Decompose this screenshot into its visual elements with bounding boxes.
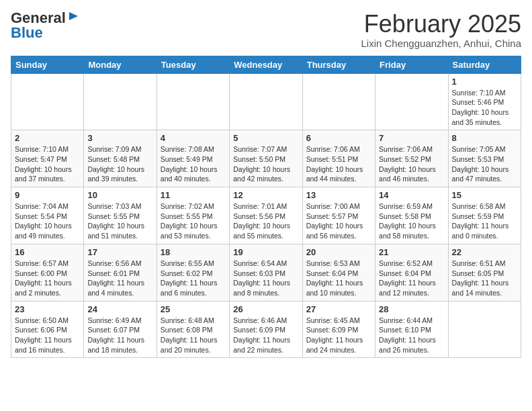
day-number: 24	[87, 304, 152, 314]
day-info: Sunrise: 7:04 AM Sunset: 5:54 PM Dayligh…	[15, 201, 80, 241]
calendar-cell: 27Sunrise: 6:45 AM Sunset: 6:09 PM Dayli…	[302, 301, 375, 358]
weekday-header: Saturday	[448, 56, 521, 73]
calendar-cell: 26Sunrise: 6:46 AM Sunset: 6:09 PM Dayli…	[230, 301, 302, 358]
calendar-week-row: 9Sunrise: 7:04 AM Sunset: 5:54 PM Daylig…	[11, 187, 521, 244]
day-number: 17	[87, 247, 152, 257]
day-info: Sunrise: 6:44 AM Sunset: 6:10 PM Dayligh…	[379, 316, 444, 355]
day-number: 26	[233, 304, 298, 314]
calendar-cell: 11Sunrise: 7:02 AM Sunset: 5:55 PM Dayli…	[157, 187, 229, 244]
calendar-cell: 20Sunrise: 6:53 AM Sunset: 6:04 PM Dayli…	[302, 244, 375, 301]
day-info: Sunrise: 7:09 AM Sunset: 5:48 PM Dayligh…	[87, 144, 152, 184]
calendar-cell: 9Sunrise: 7:04 AM Sunset: 5:54 PM Daylig…	[11, 187, 84, 244]
day-info: Sunrise: 6:50 AM Sunset: 6:06 PM Dayligh…	[15, 316, 80, 355]
location-title: Lixin Chengguanzhen, Anhui, China	[361, 38, 521, 49]
day-number: 25	[161, 304, 226, 314]
day-info: Sunrise: 7:06 AM Sunset: 5:52 PM Dayligh…	[379, 144, 444, 184]
calendar-week-row: 23Sunrise: 6:50 AM Sunset: 6:06 PM Dayli…	[11, 301, 521, 358]
day-info: Sunrise: 7:08 AM Sunset: 5:49 PM Dayligh…	[161, 144, 226, 184]
day-number: 11	[161, 190, 226, 200]
logo-flag-icon	[67, 11, 79, 23]
calendar-cell: 28Sunrise: 6:44 AM Sunset: 6:10 PM Dayli…	[375, 301, 448, 358]
day-info: Sunrise: 7:01 AM Sunset: 5:56 PM Dayligh…	[233, 201, 298, 241]
day-number: 16	[15, 247, 80, 257]
calendar-cell: 2Sunrise: 7:10 AM Sunset: 5:47 PM Daylig…	[11, 130, 84, 187]
day-info: Sunrise: 7:07 AM Sunset: 5:50 PM Dayligh…	[233, 144, 298, 184]
day-info: Sunrise: 6:58 AM Sunset: 5:59 PM Dayligh…	[452, 201, 517, 241]
calendar-cell: 6Sunrise: 7:06 AM Sunset: 5:51 PM Daylig…	[302, 130, 375, 187]
day-number: 19	[233, 247, 298, 257]
calendar-week-row: 2Sunrise: 7:10 AM Sunset: 5:47 PM Daylig…	[11, 130, 521, 187]
calendar-cell	[84, 73, 157, 130]
day-number: 21	[379, 247, 444, 257]
page-header: General Blue February 2025 Lixin Chenggu…	[11, 11, 521, 49]
day-number: 4	[161, 133, 226, 143]
calendar-cell: 8Sunrise: 7:05 AM Sunset: 5:53 PM Daylig…	[448, 130, 521, 187]
calendar-cell: 15Sunrise: 6:58 AM Sunset: 5:59 PM Dayli…	[448, 187, 521, 244]
calendar-cell: 25Sunrise: 6:48 AM Sunset: 6:08 PM Dayli…	[157, 301, 229, 358]
day-info: Sunrise: 6:52 AM Sunset: 6:04 PM Dayligh…	[379, 259, 444, 298]
calendar-header-row: SundayMondayTuesdayWednesdayThursdayFrid…	[11, 56, 521, 73]
calendar-cell: 13Sunrise: 7:00 AM Sunset: 5:57 PM Dayli…	[302, 187, 375, 244]
svg-marker-0	[69, 12, 78, 20]
weekday-header: Thursday	[302, 56, 375, 73]
calendar-cell: 1Sunrise: 7:10 AM Sunset: 5:46 PM Daylig…	[448, 73, 521, 130]
day-number: 20	[306, 247, 371, 257]
calendar-cell	[157, 73, 229, 130]
day-info: Sunrise: 6:54 AM Sunset: 6:03 PM Dayligh…	[233, 259, 298, 298]
day-number: 5	[233, 133, 298, 143]
calendar-cell: 24Sunrise: 6:49 AM Sunset: 6:07 PM Dayli…	[84, 301, 157, 358]
calendar-cell	[230, 73, 302, 130]
day-number: 10	[87, 190, 152, 200]
calendar-cell: 17Sunrise: 6:56 AM Sunset: 6:01 PM Dayli…	[84, 244, 157, 301]
day-info: Sunrise: 6:57 AM Sunset: 6:00 PM Dayligh…	[15, 259, 80, 298]
calendar-cell: 23Sunrise: 6:50 AM Sunset: 6:06 PM Dayli…	[11, 301, 84, 358]
calendar-cell: 3Sunrise: 7:09 AM Sunset: 5:48 PM Daylig…	[84, 130, 157, 187]
day-number: 13	[306, 190, 371, 200]
calendar-cell	[302, 73, 375, 130]
calendar-cell: 19Sunrise: 6:54 AM Sunset: 6:03 PM Dayli…	[230, 244, 302, 301]
weekday-header: Friday	[375, 56, 448, 73]
day-number: 3	[87, 133, 152, 143]
day-number: 8	[452, 133, 517, 143]
day-number: 18	[161, 247, 226, 257]
calendar-cell	[375, 73, 448, 130]
day-info: Sunrise: 6:46 AM Sunset: 6:09 PM Dayligh…	[233, 316, 298, 355]
calendar-table: SundayMondayTuesdayWednesdayThursdayFrid…	[11, 56, 521, 359]
day-number: 28	[379, 304, 444, 314]
day-number: 6	[306, 133, 371, 143]
day-info: Sunrise: 6:56 AM Sunset: 6:01 PM Dayligh…	[87, 259, 152, 298]
weekday-header: Tuesday	[157, 56, 229, 73]
day-number: 23	[15, 304, 80, 314]
day-info: Sunrise: 6:55 AM Sunset: 6:02 PM Dayligh…	[161, 259, 226, 298]
day-info: Sunrise: 7:10 AM Sunset: 5:46 PM Dayligh…	[452, 88, 517, 128]
calendar-cell: 18Sunrise: 6:55 AM Sunset: 6:02 PM Dayli…	[157, 244, 229, 301]
day-info: Sunrise: 6:48 AM Sunset: 6:08 PM Dayligh…	[161, 316, 226, 355]
weekday-header: Monday	[84, 56, 157, 73]
month-title: February 2025	[361, 11, 521, 38]
day-info: Sunrise: 6:45 AM Sunset: 6:09 PM Dayligh…	[306, 316, 371, 355]
day-info: Sunrise: 7:02 AM Sunset: 5:55 PM Dayligh…	[161, 201, 226, 241]
day-info: Sunrise: 7:03 AM Sunset: 5:55 PM Dayligh…	[87, 201, 152, 241]
calendar-cell: 5Sunrise: 7:07 AM Sunset: 5:50 PM Daylig…	[230, 130, 302, 187]
day-info: Sunrise: 6:49 AM Sunset: 6:07 PM Dayligh…	[87, 316, 152, 355]
calendar-cell: 4Sunrise: 7:08 AM Sunset: 5:49 PM Daylig…	[157, 130, 229, 187]
calendar-cell: 14Sunrise: 6:59 AM Sunset: 5:58 PM Dayli…	[375, 187, 448, 244]
calendar-cell: 16Sunrise: 6:57 AM Sunset: 6:00 PM Dayli…	[11, 244, 84, 301]
day-number: 2	[15, 133, 80, 143]
logo-general-text: General	[11, 11, 66, 26]
day-number: 27	[306, 304, 371, 314]
day-number: 14	[379, 190, 444, 200]
calendar-week-row: 1Sunrise: 7:10 AM Sunset: 5:46 PM Daylig…	[11, 73, 521, 130]
calendar-cell: 21Sunrise: 6:52 AM Sunset: 6:04 PM Dayli…	[375, 244, 448, 301]
day-number: 9	[15, 190, 80, 200]
day-number: 12	[233, 190, 298, 200]
day-info: Sunrise: 7:06 AM Sunset: 5:51 PM Dayligh…	[306, 144, 371, 184]
logo: General Blue	[11, 11, 79, 40]
calendar-cell	[448, 301, 521, 358]
calendar-cell: 12Sunrise: 7:01 AM Sunset: 5:56 PM Dayli…	[230, 187, 302, 244]
calendar-cell: 7Sunrise: 7:06 AM Sunset: 5:52 PM Daylig…	[375, 130, 448, 187]
calendar-week-row: 16Sunrise: 6:57 AM Sunset: 6:00 PM Dayli…	[11, 244, 521, 301]
day-info: Sunrise: 6:53 AM Sunset: 6:04 PM Dayligh…	[306, 259, 371, 298]
day-number: 22	[452, 247, 517, 257]
day-number: 15	[452, 190, 517, 200]
